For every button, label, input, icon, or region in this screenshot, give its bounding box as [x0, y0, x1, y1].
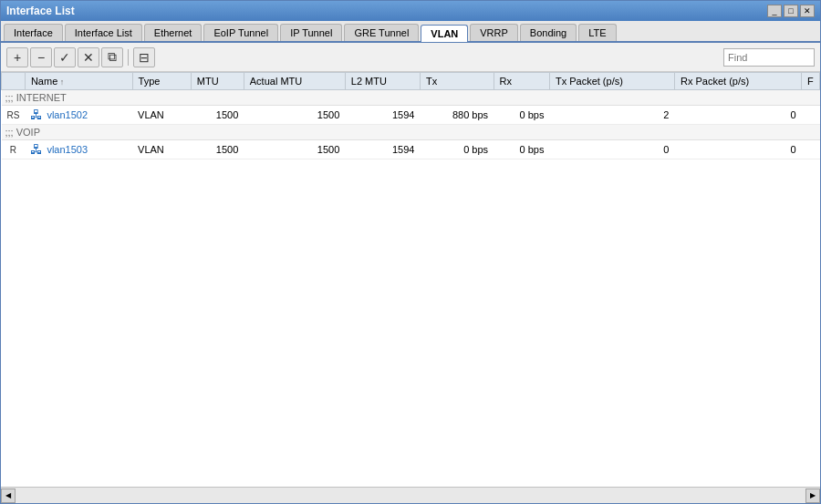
- row-l2-mtu: 1594: [345, 140, 420, 159]
- vlan-icon: 🖧: [30, 108, 43, 122]
- col-rx[interactable]: Rx: [494, 73, 549, 90]
- row-rx-pps: 0: [674, 140, 801, 159]
- maximize-button[interactable]: □: [784, 5, 798, 17]
- row-name[interactable]: 🖧 vlan1503: [25, 140, 132, 159]
- tab-bonding[interactable]: Bonding: [520, 24, 577, 41]
- remove-button[interactable]: −: [30, 47, 52, 67]
- title-bar: Interface List _ □ ✕: [1, 1, 820, 21]
- group-internet-label: ;;; INTERNET: [2, 90, 820, 106]
- table-container: Name Type MTU Actual MTU L2 MTU Tx Rx Tx…: [1, 72, 820, 487]
- row-mtu: 1500: [191, 106, 244, 125]
- col-name[interactable]: Name: [25, 73, 132, 90]
- tab-ip-tunnel[interactable]: IP Tunnel: [280, 24, 342, 41]
- group-voip-label: ;;; VOIP: [2, 125, 820, 140]
- row-actual-mtu: 1500: [244, 106, 345, 125]
- group-voip: ;;; VOIP: [2, 125, 820, 140]
- col-tx-pps[interactable]: Tx Packet (p/s): [549, 73, 674, 90]
- status-bar: ◀ ▶: [1, 487, 820, 503]
- row-flags: RS: [2, 106, 26, 125]
- toolbar: + − ✓ ✕ ⧉ ⊟: [1, 43, 820, 72]
- add-button[interactable]: +: [6, 47, 28, 67]
- row-l2-mtu: 1594: [345, 106, 420, 125]
- tabs-bar: Interface Interface List Ethernet EoIP T…: [1, 21, 820, 43]
- tab-eoip-tunnel[interactable]: EoIP Tunnel: [203, 24, 278, 41]
- disable-button[interactable]: ✕: [78, 47, 99, 67]
- row-tx-pps: 2: [549, 106, 674, 125]
- row-type: VLAN: [132, 106, 191, 125]
- row-rx: 0 bps: [494, 140, 549, 159]
- close-button[interactable]: ✕: [800, 5, 815, 17]
- row-rx: 0 bps: [494, 106, 549, 125]
- tab-vlan[interactable]: VLAN: [421, 25, 468, 42]
- scroll-track[interactable]: [16, 491, 805, 500]
- enable-button[interactable]: ✓: [54, 47, 76, 67]
- row-mtu: 1500: [191, 140, 244, 159]
- row-tx-pps: 0: [549, 140, 674, 159]
- row-tx: 880 bps: [420, 106, 494, 125]
- scroll-right-button[interactable]: ▶: [805, 489, 820, 503]
- scroll-left-button[interactable]: ◀: [1, 489, 16, 503]
- row-name[interactable]: 🖧 vlan1502: [25, 106, 132, 125]
- tab-interface[interactable]: Interface: [4, 24, 63, 41]
- col-l2-mtu[interactable]: L2 MTU: [345, 73, 420, 90]
- col-f[interactable]: F: [802, 73, 820, 90]
- copy-button[interactable]: ⧉: [101, 47, 123, 67]
- col-flag: [2, 73, 26, 90]
- col-tx[interactable]: Tx: [420, 73, 494, 90]
- row-f: [802, 106, 820, 125]
- tab-ethernet[interactable]: Ethernet: [144, 24, 203, 41]
- row-f: [802, 140, 820, 159]
- tab-lte[interactable]: LTE: [578, 24, 616, 41]
- table-header-row: Name Type MTU Actual MTU L2 MTU Tx Rx Tx…: [2, 73, 820, 90]
- table-row[interactable]: R 🖧 vlan1503 VLAN 1500 1500 1594 0 bps 0…: [2, 140, 820, 159]
- vlan-icon: 🖧: [30, 142, 43, 157]
- interface-table: Name Type MTU Actual MTU L2 MTU Tx Rx Tx…: [1, 72, 820, 159]
- minimize-button[interactable]: _: [767, 5, 782, 17]
- toolbar-separator: [128, 49, 129, 66]
- row-tx: 0 bps: [420, 140, 494, 159]
- group-internet: ;;; INTERNET: [2, 90, 820, 106]
- tab-gre-tunnel[interactable]: GRE Tunnel: [344, 24, 419, 41]
- table-row[interactable]: RS 🖧 vlan1502 VLAN 1500 1500 1594 880 bp…: [2, 106, 820, 125]
- col-actual-mtu[interactable]: Actual MTU: [244, 73, 345, 90]
- filter-button[interactable]: ⊟: [133, 47, 155, 67]
- row-flags: R: [2, 140, 26, 159]
- row-actual-mtu: 1500: [244, 140, 345, 159]
- main-window: Interface List _ □ ✕ Interface Interface…: [0, 0, 821, 504]
- window-title: Interface List: [6, 5, 75, 17]
- row-rx-pps: 0: [674, 106, 801, 125]
- tab-interface-list[interactable]: Interface List: [65, 24, 142, 41]
- title-bar-buttons: _ □ ✕: [767, 5, 815, 17]
- col-type[interactable]: Type: [132, 73, 191, 90]
- col-rx-pps[interactable]: Rx Packet (p/s): [674, 73, 801, 90]
- row-type: VLAN: [132, 140, 191, 159]
- search-box: [723, 48, 815, 67]
- col-mtu[interactable]: MTU: [191, 73, 244, 90]
- search-input[interactable]: [723, 48, 815, 67]
- tab-vrrp[interactable]: VRRP: [470, 24, 518, 41]
